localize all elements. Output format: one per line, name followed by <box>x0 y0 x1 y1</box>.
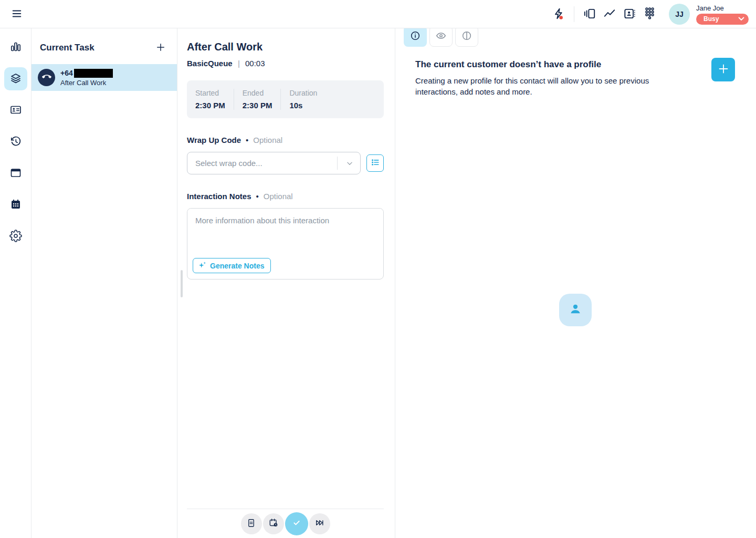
label-dot: • <box>246 136 248 144</box>
lightning-icon <box>552 6 565 23</box>
create-profile-button[interactable] <box>711 58 735 81</box>
phone-handset-icon <box>42 72 51 84</box>
gear-icon <box>9 230 22 244</box>
notes-label: Interaction Notes <box>187 192 251 201</box>
view-script-button[interactable] <box>241 513 262 534</box>
metrics-chart-button[interactable] <box>600 4 620 24</box>
no-profile-texts: The current customer doesn’t have a prof… <box>415 59 663 97</box>
plus-icon <box>155 42 166 54</box>
call-summary-box: Started 2:30 PM Ended 2:30 PM Duration 1… <box>187 80 384 118</box>
check-icon <box>291 518 302 530</box>
current-task-panel: Current Task +64 <box>32 28 177 538</box>
select-divider <box>337 157 338 170</box>
skip-button[interactable] <box>309 513 330 534</box>
split-circle-icon <box>461 30 472 43</box>
sidebar-item-contacts[interactable] <box>4 99 27 122</box>
person-icon <box>568 301 583 319</box>
task-phone-number: +64 <box>60 69 73 77</box>
summary-ended: Ended 2:30 PM <box>234 89 281 110</box>
status-label: Busy <box>704 15 719 23</box>
started-label: Started <box>195 89 225 97</box>
new-task-button[interactable] <box>154 41 167 55</box>
eye-icon <box>435 30 447 43</box>
duration-label: Duration <box>289 89 317 97</box>
agent-workspace: JJ Jane Joe Busy <box>0 0 756 538</box>
scrollbar-thumb[interactable] <box>181 270 183 297</box>
user-avatar[interactable]: JJ <box>669 4 690 25</box>
topbar-actions: JJ Jane Joe Busy <box>549 0 749 28</box>
started-value: 2:30 PM <box>195 101 225 110</box>
browser-window-icon <box>9 167 22 181</box>
customer-placeholder-avatar <box>559 294 592 326</box>
task-list-item[interactable]: +64 After Call Work <box>32 64 177 91</box>
wrap-code-select[interactable] <box>187 152 361 174</box>
plus-icon <box>717 63 730 77</box>
bullet-list-icon <box>370 157 381 169</box>
profile-tab-row <box>395 26 756 47</box>
no-profile-heading: The current customer doesn’t have a prof… <box>415 59 663 70</box>
tab-preview[interactable] <box>429 26 453 47</box>
sidebar-item-tasks[interactable] <box>4 67 27 90</box>
interaction-notes-box: Generate Notes <box>187 208 384 280</box>
queue-separator: | <box>238 59 240 68</box>
navigation-rail <box>0 28 32 538</box>
schedule-callback-button[interactable] <box>263 513 284 534</box>
dialpad-button[interactable] <box>639 4 659 24</box>
customer-profile-panel: The current customer doesn’t have a prof… <box>395 28 756 538</box>
skip-forward-icon <box>314 518 325 530</box>
notification-dot <box>559 16 563 19</box>
id-card-icon <box>9 104 22 118</box>
label-dot: • <box>256 192 259 201</box>
topbar-divider <box>574 6 574 22</box>
wrap-code-list-button[interactable] <box>366 154 384 172</box>
notes-label-row: Interaction Notes • Optional <box>187 192 384 201</box>
panels-view-button[interactable] <box>580 4 600 24</box>
sidebar-item-history[interactable] <box>4 130 27 153</box>
tab-info[interactable] <box>404 26 427 47</box>
line-chart-icon <box>603 7 616 22</box>
sidebar-item-metrics[interactable] <box>4 36 27 59</box>
wrap-up-optional: Optional <box>253 136 282 144</box>
directory-button[interactable] <box>620 4 639 24</box>
wrap-up-label-row: Wrap Up Code • Optional <box>187 136 384 144</box>
no-profile-header: The current customer doesn’t have a prof… <box>395 47 756 97</box>
layers-icon <box>9 72 22 86</box>
complete-task-button[interactable] <box>285 512 308 535</box>
sidebar-item-calendar[interactable] <box>4 193 27 216</box>
ended-label: Ended <box>243 89 272 97</box>
no-profile-description: Creating a new profile for this contact … <box>415 75 663 97</box>
user-meta: Jane Joe Busy <box>696 4 749 25</box>
ended-value: 2:30 PM <box>243 101 272 110</box>
summary-started: Started 2:30 PM <box>187 89 234 110</box>
wrap-code-input[interactable] <box>187 152 361 174</box>
task-item-subtitle: After Call Work <box>60 79 113 87</box>
dialpad-icon <box>643 6 657 23</box>
agent-status-dropdown[interactable]: Busy <box>696 14 749 25</box>
side-panels-icon <box>583 7 596 22</box>
acw-title: After Call Work <box>187 41 384 53</box>
queue-name: BasicQueue <box>187 59 233 68</box>
hamburger-menu-button[interactable] <box>8 7 25 22</box>
history-icon <box>9 135 22 149</box>
acw-timer: 00:03 <box>245 59 265 68</box>
task-item-texts: +64 After Call Work <box>60 69 113 87</box>
calendar-clock-icon <box>268 518 279 530</box>
user-name: Jane Joe <box>696 4 724 12</box>
generate-notes-button[interactable]: Generate Notes <box>193 258 271 273</box>
notifications-button[interactable] <box>549 4 569 24</box>
sidebar-item-browser[interactable] <box>4 162 27 185</box>
document-icon <box>246 518 256 530</box>
hamburger-icon <box>10 8 24 21</box>
tab-insights[interactable] <box>455 26 478 47</box>
sidebar-item-settings[interactable] <box>4 225 27 248</box>
task-panel-title: Current Task <box>40 43 94 53</box>
redacted-phone-number <box>74 69 113 78</box>
info-icon <box>410 30 421 43</box>
bar-chart-icon <box>9 40 22 55</box>
wrap-up-label: Wrap Up Code <box>187 136 241 144</box>
generate-notes-label: Generate Notes <box>210 262 264 270</box>
chevron-down-icon <box>738 15 744 23</box>
interaction-notes-textarea[interactable] <box>187 209 383 256</box>
acw-queue-line: BasicQueue | 00:03 <box>187 59 384 68</box>
task-panel-header: Current Task <box>32 28 177 64</box>
